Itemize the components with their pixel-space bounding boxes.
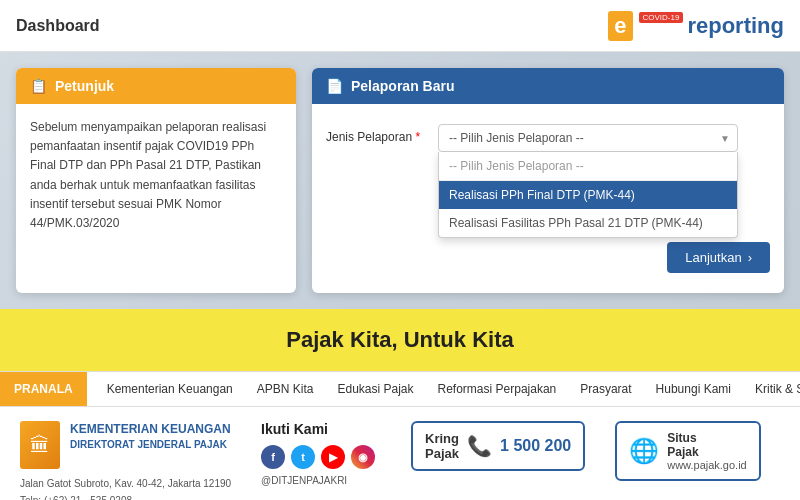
footer-social-handle: @DITJENPAJAKRI: [261, 475, 381, 486]
header-title: Dashboard: [16, 17, 100, 35]
dropdown-menu: -- Pilih Jenis Pelaporan -- Realisasi PP…: [438, 152, 738, 238]
dropdown-item-placeholder[interactable]: -- Pilih Jenis Pelaporan --: [439, 152, 737, 181]
footer-address-line2: Telp: (+62) 21 - 525 0208: [20, 492, 231, 500]
right-panel-header: 📄 Pelaporan Baru: [312, 68, 784, 104]
left-panel-title: Petunjuk: [55, 78, 114, 94]
left-panel-header: 📋 Petunjuk: [16, 68, 296, 104]
right-panel: 📄 Pelaporan Baru Jenis Pelaporan * -- Pi…: [312, 68, 784, 293]
petunjuk-icon: 📋: [30, 78, 47, 94]
kring-phone-icon: 📞: [467, 434, 492, 458]
nav-item-hubungi[interactable]: Hubungi Kami: [644, 372, 743, 406]
pelaporan-icon: 📄: [326, 78, 343, 94]
nav-bar: PRANALA Kementerian Keuangan APBN Kita E…: [0, 371, 800, 407]
jenis-pelaporan-select[interactable]: -- Pilih Jenis Pelaporan --: [438, 124, 738, 152]
required-star: *: [415, 130, 420, 144]
situs-label: Situs: [667, 431, 696, 445]
facebook-icon[interactable]: f: [261, 445, 285, 469]
social-icons: f t ▶ ◉: [261, 445, 381, 469]
right-panel-body: Jenis Pelaporan * -- Pilih Jenis Pelapor…: [312, 104, 784, 293]
footer-situs-pajak: 🌐 Situs Pajak www.pajak.go.id: [615, 421, 761, 481]
header: Dashboard e COVID-19 reporting: [0, 0, 800, 52]
youtube-icon[interactable]: ▶: [321, 445, 345, 469]
kring-phone-number: 1 500 200: [500, 437, 571, 455]
kring-label2: Pajak: [425, 446, 459, 461]
footer-address-line1: Jalan Gatot Subroto, Kav. 40-42, Jakarta…: [20, 475, 231, 492]
instagram-icon[interactable]: ◉: [351, 445, 375, 469]
kring-label1: Kring: [425, 431, 459, 446]
yellow-banner: Pajak Kita, Untuk Kita: [0, 309, 800, 371]
logo-covid-badge: COVID-19: [639, 12, 684, 23]
footer-directorate: DIREKTORAT JENDERAL PAJAK: [70, 438, 231, 452]
nav-item-kemenkeu[interactable]: Kementerian Keuangan: [95, 372, 245, 406]
nav-item-apbn[interactable]: APBN Kita: [245, 372, 326, 406]
twitter-icon[interactable]: t: [291, 445, 315, 469]
nav-item-kritik[interactable]: Kritik & Saran: [743, 372, 800, 406]
dropdown-item-fasilitas[interactable]: Realisasi Fasilitas PPh Pasal 21 DTP (PM…: [439, 209, 737, 237]
footer-social-title: Ikuti Kami: [261, 421, 381, 437]
situs-sublabel: Pajak: [667, 445, 698, 459]
main-content: 📋 Petunjuk Sebelum menyampaikan pelapora…: [0, 52, 800, 309]
select-wrapper[interactable]: -- Pilih Jenis Pelaporan -- ▼ -- Pilih J…: [438, 124, 738, 152]
petunjuk-text: Sebelum menyampaikan pelaporan realisasi…: [30, 120, 266, 230]
footer-ministry: KEMENTERIAN KEUANGAN: [70, 421, 231, 438]
situs-url: www.pajak.go.id: [667, 459, 747, 471]
left-panel-body: Sebelum menyampaikan pelaporan realisasi…: [16, 104, 296, 247]
footer-social-section: Ikuti Kami f t ▶ ◉ @DITJENPAJAKRI: [261, 421, 381, 486]
nav-pranala[interactable]: PRANALA: [0, 372, 87, 406]
nav-items: Kementerian Keuangan APBN Kita Edukasi P…: [87, 372, 800, 406]
footer-logo-section: 🏛 KEMENTERIAN KEUANGAN DIREKTORAT JENDER…: [20, 421, 231, 500]
logo-reporting-text: reporting: [687, 13, 784, 39]
right-panel-title: Pelaporan Baru: [351, 78, 454, 94]
situs-globe-icon: 🌐: [629, 437, 659, 465]
lanjutkan-button[interactable]: Lanjutkan ›: [667, 242, 770, 273]
lanjutkan-arrow-icon: ›: [748, 250, 752, 265]
nav-item-prasyarat[interactable]: Prasyarat: [568, 372, 643, 406]
nav-item-reformasi[interactable]: Reformasi Perpajakan: [426, 372, 569, 406]
footer-emblem-icon: 🏛: [20, 421, 60, 469]
footer-kring-pajak: Kring Pajak 📞 1 500 200: [411, 421, 585, 471]
logo-e-icon: e: [608, 11, 632, 41]
form-label-jenis: Jenis Pelaporan *: [326, 124, 426, 144]
footer-address: Jalan Gatot Subroto, Kav. 40-42, Jakarta…: [20, 475, 231, 500]
left-panel: 📋 Petunjuk Sebelum menyampaikan pelapora…: [16, 68, 296, 293]
footer: 🏛 KEMENTERIAN KEUANGAN DIREKTORAT JENDER…: [0, 407, 800, 500]
dropdown-item-pph-final[interactable]: Realisasi PPh Final DTP (PMK-44): [439, 181, 737, 209]
form-row-jenis: Jenis Pelaporan * -- Pilih Jenis Pelapor…: [326, 124, 770, 152]
nav-item-edukasi[interactable]: Edukasi Pajak: [325, 372, 425, 406]
logo-area: e COVID-19 reporting: [608, 11, 784, 41]
banner-text: Pajak Kita, Untuk Kita: [286, 327, 513, 352]
